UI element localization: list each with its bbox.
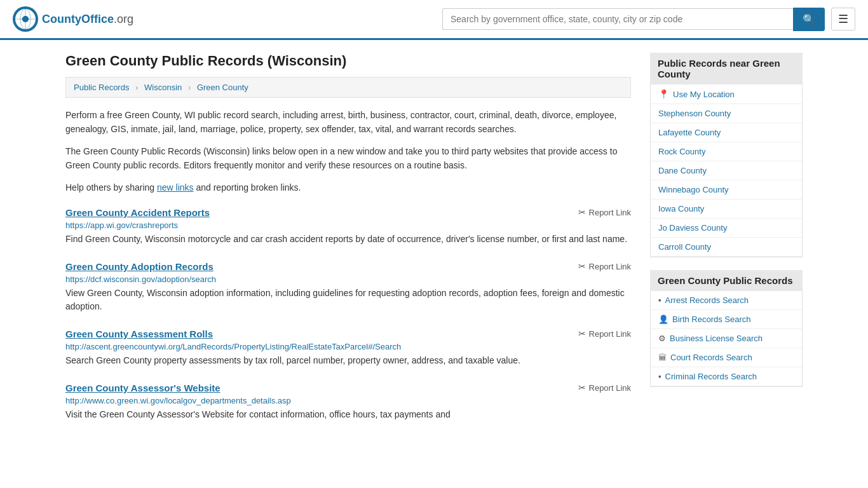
intro-paragraph-3: Help others by sharing new links and rep…: [65, 180, 631, 194]
record-url-0[interactable]: https://app.wi.gov/crashreports: [65, 220, 631, 230]
search-input[interactable]: [442, 8, 793, 30]
search-area: 🔍 ☰: [442, 8, 855, 31]
logo[interactable]: CountyOffice.org: [13, 6, 133, 32]
breadcrumb-green-county[interactable]: Green County: [197, 83, 248, 92]
page-title: Green County Public Records (Wisconsin): [65, 53, 631, 69]
record-desc-0: Find Green County, Wisconsin motorcycle …: [65, 233, 631, 246]
nearby-section-title: Public Records near Green County: [650, 53, 803, 85]
header: CountyOffice.org 🔍 ☰: [0, 0, 868, 40]
scissors-icon-3: ✂: [578, 383, 586, 393]
breadcrumb: Public Records › Wisconsin › Green Count…: [65, 77, 631, 98]
gc-record-item-4: ▪ Criminal Records Search: [651, 367, 802, 386]
records-container: Green County Accident Reports ✂ Report L…: [65, 207, 631, 421]
search-button[interactable]: 🔍: [793, 8, 825, 31]
breadcrumb-public-records[interactable]: Public Records: [74, 83, 129, 92]
gc-record-item-1: 👤 Birth Records Search: [651, 310, 802, 329]
record-desc-3: Visit the Green County Assessor's Websit…: [65, 408, 631, 421]
scissors-icon-1: ✂: [578, 261, 586, 271]
record-title-3[interactable]: Green County Assessor's Website: [65, 383, 220, 393]
report-link-3[interactable]: ✂ Report Link: [578, 383, 631, 393]
nearby-county-link-5[interactable]: Iowa County: [651, 200, 802, 218]
logo-text: CountyOffice.org: [42, 13, 133, 26]
use-location-link[interactable]: Use My Location: [673, 90, 735, 99]
breadcrumb-wisconsin[interactable]: Wisconsin: [144, 83, 182, 92]
pin-icon: 📍: [658, 89, 669, 99]
record-url-2[interactable]: http://ascent.greencountywi.org/LandReco…: [65, 342, 631, 351]
use-my-location[interactable]: 📍 Use My Location: [651, 85, 802, 104]
gc-record-icon-2: ⚙: [658, 334, 666, 343]
nearby-county-item-6: Jo Daviess County: [651, 219, 802, 238]
report-link-2[interactable]: ✂ Report Link: [578, 329, 631, 339]
nearby-county-item-1: Lafayette County: [651, 123, 802, 142]
record-desc-1: View Green County, Wisconsin adoption in…: [65, 287, 631, 313]
nearby-county-item-4: Winnebago County: [651, 180, 802, 200]
gc-record-link-0[interactable]: Arrest Records Search: [665, 295, 749, 305]
nearby-county-link-6[interactable]: Jo Daviess County: [651, 219, 802, 237]
record-title-1[interactable]: Green County Adoption Records: [65, 261, 214, 272]
nearby-section: Public Records near Green County 📍 Use M…: [650, 53, 803, 257]
record-url-3[interactable]: http://www.co.green.wi.gov/localgov_depa…: [65, 396, 631, 405]
scissors-icon-2: ✂: [578, 329, 586, 339]
breadcrumb-sep-1: ›: [135, 83, 138, 92]
nearby-county-link-2[interactable]: Rock County: [651, 142, 802, 161]
breadcrumb-sep-2: ›: [188, 83, 191, 92]
gc-record-link-3[interactable]: Court Records Search: [670, 353, 752, 362]
main-container: Green County Public Records (Wisconsin) …: [53, 40, 815, 449]
scissors-icon-0: ✂: [578, 207, 586, 217]
nearby-county-link-7[interactable]: Carroll County: [651, 238, 802, 256]
gc-record-icon-3: 🏛: [658, 353, 667, 362]
nearby-county-link-3[interactable]: Dane County: [651, 161, 802, 180]
record-entry-1: Green County Adoption Records ✂ Report L…: [65, 261, 631, 313]
record-title-0[interactable]: Green County Accident Reports: [65, 207, 210, 218]
nearby-county-link-0[interactable]: Stephenson County: [651, 104, 802, 123]
gc-record-link-2[interactable]: Business License Search: [670, 334, 763, 343]
record-entry-3: Green County Assessor's Website ✂ Report…: [65, 383, 631, 421]
nearby-county-link-4[interactable]: Winnebago County: [651, 180, 802, 199]
nearby-county-item-5: Iowa County: [651, 200, 802, 219]
nearby-county-item-7: Carroll County: [651, 238, 802, 257]
gc-record-icon-4: ▪: [658, 372, 661, 381]
gc-record-item-2: ⚙ Business License Search: [651, 329, 802, 348]
sidebar: Public Records near Green County 📍 Use M…: [650, 53, 803, 437]
record-entry-2: Green County Assessment Rolls ✂ Report L…: [65, 329, 631, 367]
menu-button[interactable]: ☰: [831, 8, 855, 30]
gc-record-link-1[interactable]: Birth Records Search: [672, 315, 751, 324]
record-url-1[interactable]: https://dcf.wisconsin.gov/adoption/searc…: [65, 274, 631, 284]
record-desc-2: Search Green County property assessments…: [65, 354, 631, 367]
new-links-link[interactable]: new links: [157, 182, 194, 193]
logo-icon: [13, 6, 38, 32]
nearby-county-item-3: Dane County: [651, 161, 802, 180]
nearby-county-link-1[interactable]: Lafayette County: [651, 123, 802, 142]
gc-record-item-3: 🏛 Court Records Search: [651, 348, 802, 367]
report-link-0[interactable]: ✂ Report Link: [578, 207, 631, 217]
intro-paragraph-2: The Green County Public Records (Wiscons…: [65, 144, 631, 173]
gc-record-icon-1: 👤: [658, 315, 668, 324]
nearby-county-item-0: Stephenson County: [651, 104, 802, 123]
record-title-2[interactable]: Green County Assessment Rolls: [65, 329, 213, 339]
gc-record-icon-0: ▪: [658, 295, 661, 305]
green-county-records-section: Green County Public Records ▪ Arrest Rec…: [650, 270, 803, 387]
content-area: Green County Public Records (Wisconsin) …: [65, 53, 631, 437]
report-link-1[interactable]: ✂ Report Link: [578, 261, 631, 271]
intro-paragraph-1: Perform a free Green County, WI public r…: [65, 108, 631, 137]
gc-record-item-0: ▪ Arrest Records Search: [651, 291, 802, 310]
nearby-county-item-2: Rock County: [651, 142, 802, 161]
record-entry-0: Green County Accident Reports ✂ Report L…: [65, 207, 631, 246]
green-county-records-title: Green County Public Records: [650, 270, 803, 291]
gc-record-link-4[interactable]: Criminal Records Search: [665, 372, 757, 381]
green-county-records-list: ▪ Arrest Records Search 👤 Birth Records …: [650, 291, 803, 387]
nearby-counties-list: Stephenson CountyLafayette CountyRock Co…: [651, 104, 802, 257]
